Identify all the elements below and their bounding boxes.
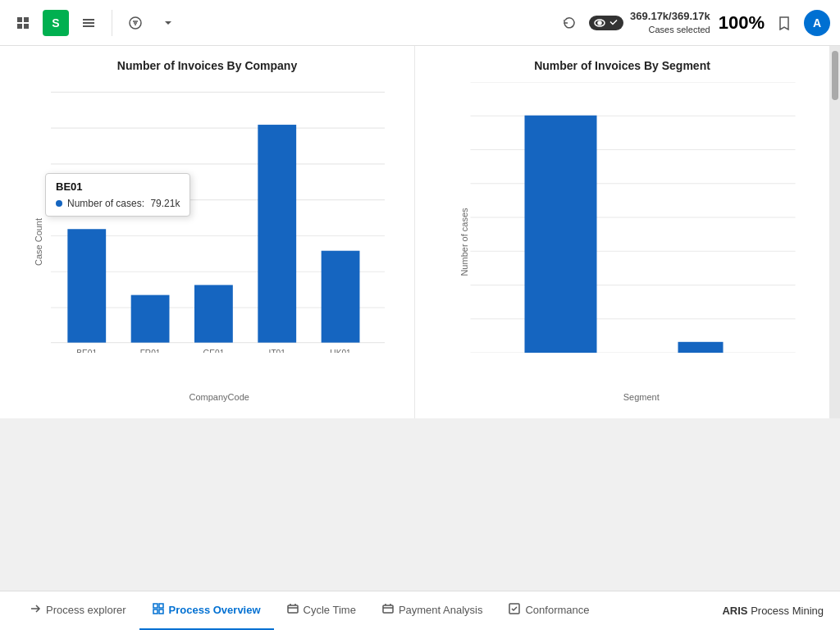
nav-payment-analysis[interactable]: Payment Analysis: [369, 591, 496, 631]
left-chart-container: Case Count 175k 150k 125k 100k: [16, 82, 398, 402]
tooltip: BE01 Number of cases: 79.21k: [45, 173, 190, 217]
nav-process-overview-label: Process Overview: [169, 604, 261, 616]
right-bar-chart: 200 175 150 125 100 75 50 25 0 Construct…: [466, 82, 800, 353]
s-button[interactable]: S: [43, 10, 69, 36]
toolbar: S: [0, 0, 840, 46]
svg-rect-6: [83, 25, 94, 27]
nav-process-explorer[interactable]: Process explorer: [16, 591, 139, 631]
svg-rect-28: [131, 295, 170, 343]
bottom-nav: Process explorer Process Overview Cycle …: [0, 591, 840, 630]
toolbar-separator: [112, 10, 112, 36]
svg-rect-0: [17, 17, 22, 22]
svg-rect-3: [24, 24, 29, 29]
filter-button[interactable]: [122, 10, 148, 36]
nav-payment-analysis-label: Payment Analysis: [399, 604, 483, 616]
s-icon: S: [52, 16, 59, 30]
nav-process-explorer-label: Process explorer: [46, 604, 126, 616]
left-chart-panel: Number of Invoices By Company BE01 Numbe…: [0, 46, 415, 418]
apps-button[interactable]: [10, 10, 36, 36]
nav-process-overview[interactable]: Process Overview: [139, 591, 274, 631]
charts-area: Number of Invoices By Company BE01 Numbe…: [0, 46, 840, 418]
tooltip-dot: [56, 200, 62, 207]
process-explorer-icon: [30, 603, 41, 617]
right-chart-title: Number of Invoices By Segment: [431, 59, 813, 72]
svg-rect-4: [83, 19, 94, 21]
svg-rect-26: [67, 229, 106, 342]
toolbar-left: S: [10, 10, 550, 36]
svg-rect-63: [383, 605, 393, 613]
right-chart-panel: Number of Invoices By Segment Number of …: [415, 46, 830, 418]
tooltip-title: BE01: [56, 180, 180, 193]
eye-toggle[interactable]: [589, 16, 623, 30]
refresh-button[interactable]: [556, 10, 582, 36]
svg-text:UK01: UK01: [330, 349, 351, 353]
svg-point-9: [598, 21, 601, 25]
menu-button[interactable]: [75, 10, 102, 36]
left-x-axis-label: CompanyCode: [189, 392, 249, 402]
nav-cycle-time-label: Cycle Time: [304, 604, 356, 616]
svg-rect-59: [159, 604, 163, 608]
scrollbar[interactable]: [830, 46, 840, 418]
tooltip-item: Number of cases: 79.21k: [56, 198, 180, 209]
svg-rect-58: [153, 604, 158, 608]
svg-rect-34: [322, 251, 360, 343]
bookmark-button[interactable]: [771, 10, 797, 36]
aris-brand-suffix: Process Mining: [748, 605, 824, 617]
svg-text:BE01: BE01: [76, 349, 97, 353]
gray-area: [0, 418, 840, 591]
toolbar-right: 369.17k/369.17k Cases selected 100% A: [556, 10, 830, 36]
conformance-icon: [509, 603, 520, 617]
svg-text:FR01: FR01: [140, 349, 161, 353]
aris-brand-name: ARIS: [722, 605, 747, 617]
svg-rect-2: [17, 24, 22, 29]
svg-rect-30: [194, 285, 233, 342]
svg-rect-61: [159, 609, 163, 614]
cases-percent: 100%: [719, 12, 765, 34]
cases-info: 369.17k/369.17k Cases selected: [630, 10, 710, 35]
svg-rect-62: [288, 605, 298, 613]
avatar-button[interactable]: A: [804, 10, 830, 36]
nav-conformance-label: Conformance: [525, 604, 589, 616]
right-chart-container: Number of cases 200 175 150: [431, 82, 813, 402]
left-y-axis-label: Case Count: [34, 218, 43, 266]
left-chart-title: Number of Invoices By Company: [16, 59, 398, 72]
svg-rect-1: [24, 17, 29, 22]
svg-text:IT01: IT01: [269, 349, 286, 353]
process-overview-icon: [153, 603, 164, 617]
nav-cycle-time[interactable]: Cycle Time: [274, 591, 369, 631]
scrollbar-thumb[interactable]: [832, 51, 838, 100]
avatar-label: A: [813, 16, 821, 30]
cycle-time-icon: [287, 603, 299, 617]
aris-brand: ARIS Process Mining: [722, 605, 824, 617]
svg-text:GE01: GE01: [203, 349, 224, 353]
left-bar-chart: 175k 150k 125k 100k 75k 50k 25k 0 BE01 F…: [51, 82, 385, 353]
cases-badge: 369.17k/369.17k Cases selected 100%: [630, 10, 765, 35]
svg-rect-32: [258, 125, 296, 343]
chevron-down-button[interactable]: [155, 10, 181, 36]
cases-label: Cases selected: [649, 24, 710, 35]
tooltip-label: Number of cases: 79.21k: [67, 198, 180, 209]
svg-rect-5: [83, 22, 94, 24]
payment-analysis-icon: [382, 603, 394, 617]
nav-conformance[interactable]: Conformance: [495, 591, 602, 631]
cases-count: 369.17k/369.17k: [630, 10, 710, 24]
svg-rect-56: [678, 342, 724, 353]
svg-rect-54: [525, 116, 597, 353]
svg-rect-60: [153, 609, 158, 614]
right-x-axis-label: Segment: [623, 392, 660, 402]
